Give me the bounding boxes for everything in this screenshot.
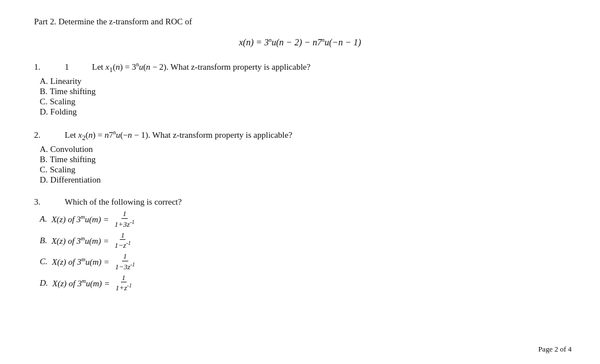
- q3-text: Which of the following is correct?: [65, 197, 182, 207]
- page-indicator: Page 2 of 4: [538, 345, 572, 354]
- q2-option-b-text: Time shifting: [50, 155, 96, 164]
- q2-option-b: B.Time shifting: [40, 155, 566, 164]
- q3-options: A. X(z) of 3mu(m) = 1 1+3z-1 B. X(z) of …: [40, 209, 566, 293]
- question-3-line: 3. Which of the following is correct?: [34, 197, 566, 207]
- q1-option-a-label: A.: [40, 77, 48, 86]
- q1-answer: 1: [65, 62, 75, 72]
- q3-number: 3.: [34, 197, 48, 207]
- q3-option-a-expr: X(z) of 3mu(m) =: [52, 214, 109, 225]
- q1-option-b-label: B.: [40, 87, 48, 96]
- q3-option-a: A. X(z) of 3mu(m) = 1 1+3z-1: [40, 209, 566, 229]
- q2-option-a-text: Convolution: [51, 145, 93, 154]
- q3-option-d-label: D.: [40, 278, 50, 288]
- q1-option-c-label: C.: [40, 97, 48, 107]
- q1-option-b: B.Time shifting: [40, 87, 566, 96]
- q3-option-c: C. X(z) of 3mu(m) = 1 1−3z-1: [40, 252, 566, 272]
- q1-option-c: C.Scaling: [40, 97, 566, 107]
- q3-option-c-expr: X(z) of 3mu(m) =: [52, 256, 110, 267]
- q2-option-c-text: Scaling: [50, 165, 75, 175]
- q3-option-b: B. X(z) of 3mu(m) = 1 1−z-1: [40, 231, 566, 251]
- q2-option-d-text: Differentiation: [51, 175, 101, 185]
- q2-option-c-label: C.: [40, 165, 48, 175]
- q1-option-d-text: Folding: [51, 107, 77, 117]
- equation-text: x(n) = 3nu(n − 2) − n7nu(−n − 1): [239, 37, 361, 47]
- q2-number: 2.: [34, 130, 48, 140]
- question-2-block: 2. Let x2(n) = n7nu(−n − 1). What z-tran…: [34, 129, 566, 185]
- q3-option-a-label: A.: [40, 214, 49, 224]
- q2-option-d-label: D.: [40, 175, 48, 185]
- q3-option-b-expr: X(z) of 3mu(m) =: [52, 235, 109, 246]
- q3-option-d: D. X(z) of 3mu(m) = 1 1+z-1: [40, 273, 566, 293]
- q3-option-b-label: B.: [40, 236, 49, 246]
- main-equation: x(n) = 3nu(n − 2) − n7nu(−n − 1): [34, 37, 566, 48]
- part-title: Part 2. Determine the z-transform and RO…: [34, 17, 566, 27]
- q1-options: A.Linearity B.Time shifting C.Scaling D.…: [40, 77, 566, 117]
- q2-option-d: D.Differentiation: [40, 175, 566, 185]
- q3-option-d-fraction: 1 1+z-1: [114, 273, 133, 293]
- q1-option-a: A.Linearity: [40, 77, 566, 86]
- q2-option-b-label: B.: [40, 155, 48, 164]
- q3-option-c-label: C.: [40, 257, 50, 266]
- question-1-block: 1. 1 Let x1(n) = 3nu(n − 2). What z-tran…: [34, 61, 566, 117]
- q2-option-a-label: A.: [40, 145, 48, 154]
- q1-option-d-label: D.: [40, 107, 48, 117]
- q3-option-a-fraction: 1 1+3z-1: [114, 209, 136, 229]
- q2-option-a: A.Convolution: [40, 145, 566, 154]
- q3-option-d-expr: X(z) of 3mu(m) =: [52, 278, 110, 289]
- q1-option-d: D.Folding: [40, 107, 566, 117]
- q2-option-c: C.Scaling: [40, 165, 566, 175]
- q1-option-a-text: Linearity: [51, 77, 82, 86]
- q1-option-c-text: Scaling: [50, 97, 75, 107]
- q2-text: Let x2(n) = n7nu(−n − 1). What z-transfo…: [65, 129, 292, 142]
- q1-number: 1.: [34, 62, 48, 72]
- question-1-line: 1. 1 Let x1(n) = 3nu(n − 2). What z-tran…: [34, 61, 566, 74]
- q3-option-c-fraction: 1 1−3z-1: [114, 252, 136, 272]
- q2-options: A.Convolution B.Time shifting C.Scaling …: [40, 145, 566, 185]
- question-2-line: 2. Let x2(n) = n7nu(−n − 1). What z-tran…: [34, 129, 566, 142]
- question-3-block: 3. Which of the following is correct? A.…: [34, 197, 566, 293]
- q1-text: Let x1(n) = 3nu(n − 2). What z-transform…: [92, 61, 311, 74]
- q1-option-b-text: Time shifting: [50, 87, 96, 96]
- q3-option-b-fraction: 1 1−z-1: [114, 231, 132, 251]
